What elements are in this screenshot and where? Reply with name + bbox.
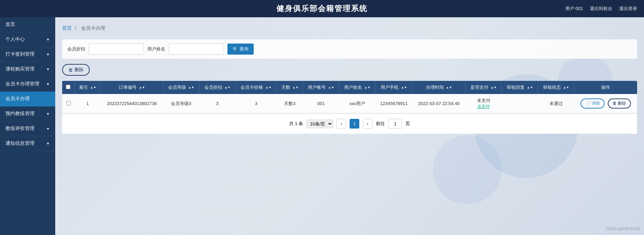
detail-button[interactable]: 📄 详情: [580, 98, 605, 109]
col-header-user_account[interactable]: 用户账号 ▲▼: [303, 81, 339, 94]
page-size-select[interactable]: 10条/页 20条/页 50条/页: [306, 120, 333, 128]
pay-link[interactable]: 去支付: [477, 104, 490, 109]
table-row: 120223722544013801738会员等级333天数3001xxx用户1…: [62, 94, 637, 113]
col-header-days[interactable]: 天数 ▲▼: [277, 81, 303, 94]
search-button[interactable]: 🔍 查询: [227, 44, 254, 55]
logout-btn[interactable]: 退出登录: [619, 6, 637, 12]
sidebar-item-label: 预约教练管理: [6, 111, 35, 117]
col-header-order_no[interactable]: 订单编号 ▲▼: [101, 81, 163, 94]
select-all-checkbox[interactable]: [66, 85, 70, 89]
prev-page-btn[interactable]: ‹: [336, 119, 346, 129]
row-checkbox[interactable]: [66, 101, 71, 105]
content-wrapper: 首页 / 会员卡办理 会员折扣 用户姓名 🔍 查询 🗑 删除: [55, 17, 644, 139]
main-content: 首页 / 会员卡办理 会员折扣 用户姓名 🔍 查询 🗑 删除: [55, 17, 644, 235]
sidebar-item-coach-eval[interactable]: 教练评价管理▼: [0, 121, 55, 136]
sidebar-item-member-mgmt[interactable]: 会员卡办理管理▼: [0, 77, 55, 92]
cell-review-feedback: [502, 94, 538, 113]
page-label: 页: [406, 121, 410, 127]
sidebar-item-member-card[interactable]: 会员卡办理: [0, 92, 55, 106]
pagination-bar: 共 1 条 10条/页 20条/页 50条/页 ‹ 1 › 前往 页: [62, 113, 637, 134]
cell-user-name: xxx用户: [339, 94, 375, 113]
row-checkbox-cell: [62, 94, 75, 113]
sort-icon: ▲▼: [90, 86, 96, 89]
member-card-table: 索引 ▲▼订单编号 ▲▼会员等级 ▲▼会员折扣 ▲▼会员卡价格 ▲▼天数 ▲▼用…: [62, 81, 637, 113]
sort-icon: ▲▼: [401, 86, 407, 89]
sidebar-item-label: 会员卡办理: [6, 96, 30, 102]
layout: 首页个人中心▼打卡签到管理▼课程购买管理▼会员卡办理管理▼会员卡办理预约教练管理…: [0, 17, 644, 235]
cell-user-phone: 12345678911: [375, 94, 412, 113]
sidebar-item-label: 打卡签到管理: [6, 51, 35, 57]
goto-label: 前往: [376, 121, 385, 127]
sidebar-item-label: 会员卡办理管理: [6, 81, 39, 87]
discount-input[interactable]: [89, 44, 144, 55]
sidebar-item-booking[interactable]: 预约教练管理▼: [0, 106, 55, 121]
discount-label: 会员折扣: [67, 46, 85, 52]
sort-icon: ▲▼: [139, 86, 145, 89]
chevron-down-icon: ▼: [46, 112, 50, 116]
delete-icon: 🗑: [68, 67, 73, 73]
search-icon: 🔍: [233, 47, 238, 52]
sort-icon: ▲▼: [364, 86, 371, 89]
sort-icon: ▲▼: [446, 86, 452, 89]
col-header-actions: 操作: [574, 81, 637, 94]
cell-handle-time: 2022-03-07 22:54:40: [412, 94, 466, 113]
sidebar-item-course[interactable]: 课程购买管理▼: [0, 62, 55, 77]
cell-is-paid: 未支付去支付: [466, 94, 502, 113]
sort-icon: ▲▼: [527, 86, 533, 89]
col-header-review_feedback[interactable]: 审核回复 ▲▼: [502, 81, 538, 94]
cell-discount: 3: [199, 94, 235, 113]
col-header-review_status[interactable]: 审核状态 ▲▼: [538, 81, 574, 94]
paid-status: 未支付: [477, 98, 490, 103]
goto-page-input[interactable]: [388, 119, 402, 129]
goto-frontend-btn[interactable]: 退出到前台: [590, 6, 612, 12]
table-header-row: 索引 ▲▼订单编号 ▲▼会员等级 ▲▼会员折扣 ▲▼会员卡价格 ▲▼天数 ▲▼用…: [62, 81, 637, 94]
col-header-discount[interactable]: 会员折扣 ▲▼: [199, 81, 235, 94]
sort-icon: ▲▼: [292, 86, 299, 89]
sort-icon: ▲▼: [328, 86, 334, 89]
sidebar-item-notice[interactable]: 通知信息管理▼: [0, 136, 55, 151]
cell-user-account: 001: [303, 94, 339, 113]
cell-member-level: 会员等级3: [163, 94, 199, 113]
breadcrumb-current: 会员卡办理: [81, 25, 105, 31]
breadcrumb-separator: /: [75, 25, 76, 31]
sidebar-item-label: 课程购买管理: [6, 66, 35, 72]
col-header-user_phone[interactable]: 用户手机 ▲▼: [375, 81, 412, 94]
cell-actions: 📄 详情 🗑 删除: [574, 94, 637, 113]
breadcrumb-home[interactable]: 首页: [62, 25, 72, 31]
cell-review-status: 未通过: [538, 94, 574, 113]
sidebar-item-label: 教练评价管理: [6, 125, 35, 132]
chevron-down-icon: ▼: [46, 67, 50, 71]
current-user: 用户 001: [565, 6, 583, 12]
page-1-btn[interactable]: 1: [350, 119, 359, 129]
row-delete-button[interactable]: 🗑 删除: [608, 98, 631, 109]
batch-delete-button[interactable]: 🗑 删除: [62, 64, 90, 76]
col-header-handle_time[interactable]: 办理时间 ▲▼: [412, 81, 466, 94]
col-header-is_paid[interactable]: 是否支付 ▲▼: [466, 81, 502, 94]
username-input[interactable]: [169, 44, 224, 55]
watermark: CSDN @程序员学姐: [606, 226, 641, 232]
table-body: 120223722544013801738会员等级333天数3001xxx用户1…: [62, 94, 637, 113]
search-btn-label: 查询: [240, 46, 248, 52]
col-header-user_name[interactable]: 用户姓名 ▲▼: [339, 81, 375, 94]
sort-icon: ▲▼: [224, 86, 231, 89]
cell-order-no: 20223722544013801738: [101, 94, 163, 113]
col-header-index[interactable]: 索引 ▲▼: [75, 81, 101, 94]
col-header-member_level[interactable]: 会员等级 ▲▼: [163, 81, 199, 94]
cell-days: 天数3: [277, 94, 303, 113]
delete-label: 删除: [75, 67, 84, 73]
sort-icon: ▲▼: [265, 86, 272, 89]
table-container: 索引 ▲▼订单编号 ▲▼会员等级 ▲▼会员折扣 ▲▼会员卡价格 ▲▼天数 ▲▼用…: [62, 81, 637, 134]
chevron-down-icon: ▼: [46, 127, 50, 131]
sidebar-item-personal[interactable]: 个人中心▼: [0, 32, 55, 47]
sidebar-item-home[interactable]: 首页: [0, 17, 55, 32]
sort-icon: ▲▼: [188, 86, 194, 89]
breadcrumb: 首页 / 会员卡办理: [62, 22, 637, 34]
chevron-down-icon: ▼: [46, 142, 50, 145]
next-page-btn[interactable]: ›: [363, 119, 372, 129]
col-header-card_price[interactable]: 会员卡价格 ▲▼: [235, 81, 277, 94]
sidebar: 首页个人中心▼打卡签到管理▼课程购买管理▼会员卡办理管理▼会员卡办理预约教练管理…: [0, 17, 55, 235]
chevron-down-icon: ▼: [46, 82, 50, 86]
username-label: 用户姓名: [147, 46, 165, 52]
sidebar-item-checkin[interactable]: 打卡签到管理▼: [0, 47, 55, 62]
sort-icon: ▲▼: [490, 86, 497, 89]
